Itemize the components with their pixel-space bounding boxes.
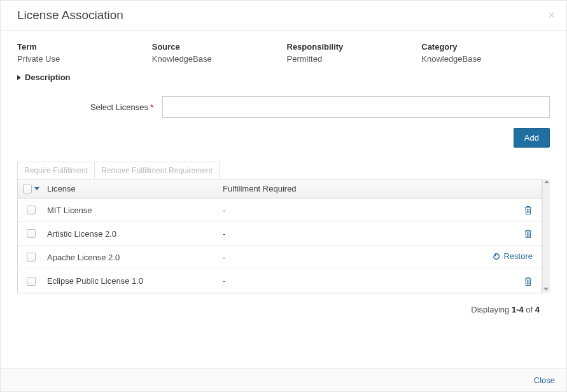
dialog-footer: Close [1,368,566,391]
pager-total: 4 [535,305,540,314]
pager-mid: of [524,305,535,314]
grid-header: License Fulfillment Required [18,179,542,199]
select-all-checkbox[interactable] [23,185,32,193]
row-checkbox[interactable] [27,253,36,262]
select-all-caret-icon[interactable] [34,187,39,190]
close-button[interactable]: Close [534,375,555,385]
table-row: Eclipse Public License 1.0- [18,269,542,293]
restore-label: Restore [503,251,533,261]
required-star: * [150,102,153,112]
close-icon[interactable]: × [548,10,555,21]
trash-icon[interactable] [524,205,533,215]
grid-rows: MIT License-Artistic License 2.0-Apache … [18,199,542,293]
row-action-cell [452,205,542,216]
trash-icon[interactable] [524,276,533,286]
grid-outer: License Fulfillment Required MIT License… [17,179,550,293]
responsibility-label: Responsibility [287,42,416,52]
restore-button[interactable]: Restore [492,251,533,261]
fulfillment-required: - [223,276,452,286]
row-action-cell [452,228,542,239]
license-name: Eclipse Public License 1.0 [45,276,223,286]
scroll-up-icon[interactable] [544,180,549,183]
fulfillment-required: - [223,229,452,239]
dialog-header: License Association × [1,1,566,31]
chevron-right-icon [17,75,21,80]
row-checkbox[interactable] [27,277,36,286]
fulfillment-required: - [223,206,452,215]
row-checkbox-cell [18,206,45,214]
add-row: Add [17,128,550,148]
row-checkbox[interactable] [27,206,36,214]
dialog-title: License Association [17,8,123,22]
category-value: KnowledgeBase [421,54,550,64]
source-col: Source KnowledgeBase [152,42,281,64]
trash-icon[interactable] [524,228,533,239]
remove-fulfillment-button[interactable]: Remove Fulfillment Requirement [95,162,219,179]
table-row: Artistic License 2.0- [18,222,542,246]
row-action-cell [452,276,542,286]
header-license[interactable]: License [45,184,223,193]
license-grid: License Fulfillment Required MIT License… [17,179,542,293]
term-value: Private Use [17,54,146,64]
select-licenses-label: Select Licenses [90,102,148,112]
row-checkbox-cell [18,253,45,262]
description-label: Description [25,73,71,82]
pager: Displaying 1-4 of 4 [17,293,550,317]
pager-range: 1-4 [512,305,524,314]
grid-toolbar: Require Fulfillment Remove Fulfillment R… [17,162,220,179]
select-licenses-row: Select Licenses* [17,96,550,118]
license-name: Artistic License 2.0 [45,229,223,239]
term-label: Term [17,42,146,52]
scroll-down-icon[interactable] [543,288,549,291]
scrollbar[interactable] [542,179,550,293]
source-label: Source [152,42,281,52]
description-toggle[interactable]: Description [17,73,550,82]
select-licenses-label-wrap: Select Licenses* [17,102,162,112]
row-checkbox[interactable] [27,229,36,238]
license-name: MIT License [45,206,223,215]
require-fulfillment-button[interactable]: Require Fulfillment [18,162,95,179]
license-association-dialog: License Association × Term Private Use S… [0,0,567,392]
table-row: MIT License- [18,199,542,222]
category-label: Category [421,42,550,52]
row-checkbox-cell [18,229,45,238]
dialog-body: Term Private Use Source KnowledgeBase Re… [1,31,566,368]
license-name: Apache License 2.0 [45,253,223,262]
add-button[interactable]: Add [514,128,550,148]
table-row: Apache License 2.0-Restore [18,246,542,269]
header-checkbox-cell [18,185,45,193]
restore-icon [492,252,501,261]
info-row: Term Private Use Source KnowledgeBase Re… [17,42,550,64]
term-col: Term Private Use [17,42,146,64]
row-action-cell: Restore [452,251,542,263]
header-fulfillment[interactable]: Fulfillment Required [223,184,452,193]
fulfillment-required: - [223,253,452,262]
responsibility-col: Responsibility Permitted [287,42,416,64]
pager-prefix: Displaying [471,305,512,314]
select-licenses-input[interactable] [162,96,550,118]
responsibility-value: Permitted [287,54,416,64]
row-checkbox-cell [18,277,45,286]
category-col: Category KnowledgeBase [421,42,550,64]
source-value: KnowledgeBase [152,54,281,64]
